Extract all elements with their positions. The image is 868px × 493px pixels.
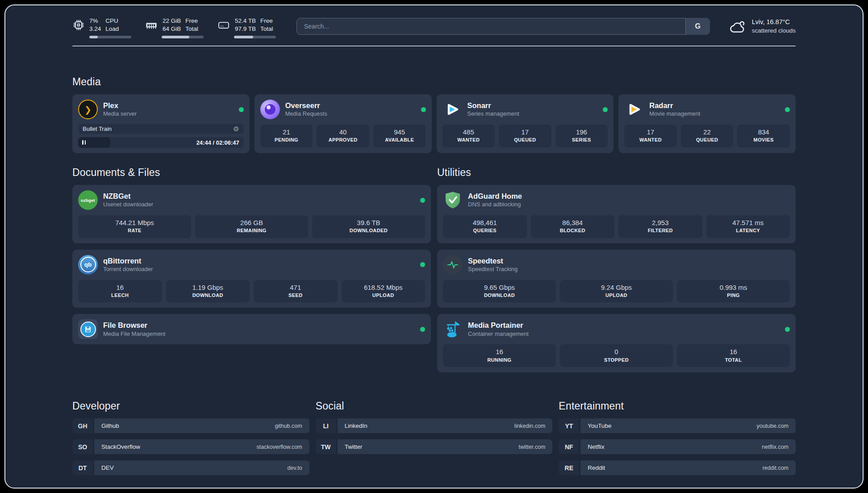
cpu-percent: 7%: [89, 17, 101, 25]
stat-label: SEED: [255, 292, 336, 299]
status-dot: [421, 107, 426, 112]
app-title: Radarr: [649, 101, 700, 110]
ram-total-value: 64 GiB: [163, 25, 181, 33]
app-subtitle: Torrent downloader: [103, 266, 153, 273]
settings-icon[interactable]: ⚙: [233, 125, 239, 132]
bookmark-list: GH Github github.com SO StackOverflow st…: [72, 418, 309, 475]
status-dot: [603, 107, 608, 112]
stat-label: PENDING: [262, 137, 311, 143]
app-title: NZBGet: [103, 192, 153, 201]
stat-box: 498,461 QUERIES: [443, 215, 527, 238]
search-engine-button[interactable]: G: [685, 18, 710, 35]
bookmark-abbr: GH: [72, 418, 93, 433]
app-card-speedtest[interactable]: Speedtest Speedtest Tracking 9.65 Gbps D…: [437, 250, 796, 308]
stat-box: 9.65 Gbps DOWNLOAD: [443, 280, 556, 303]
stat-box: 945 AVAILABLE: [373, 125, 426, 147]
ram-free-label: Free: [185, 17, 198, 25]
app-card-sonarr[interactable]: Sonarr Series management 485 WANTED 17 Q…: [437, 94, 614, 153]
stats-row: 16 RUNNING 0 STOPPED 16 TOTAL: [443, 344, 790, 367]
bookmark-name: StackOverflow: [101, 443, 140, 450]
bookmark-name: Reddit: [588, 464, 605, 471]
cpu-icon: [72, 19, 85, 31]
pause-icon[interactable]: [82, 140, 86, 145]
stat-value: 22: [683, 128, 732, 137]
bookmark-link[interactable]: Reddit reddit.com: [580, 460, 796, 475]
bookmark-item[interactable]: TW Twitter twitter.com: [316, 439, 553, 454]
stat-box: 39.6 TB DOWNLOADED: [312, 215, 425, 238]
bookmark-link[interactable]: DEV dev.to: [94, 460, 309, 475]
stat-value: 21: [262, 128, 311, 137]
bookmark-url: dev.to: [288, 465, 302, 471]
search-input[interactable]: [296, 18, 710, 35]
app-card-adguard[interactable]: AdGuard Home DNS and adblocking 498,461 …: [437, 185, 796, 243]
app-card-filebrowser[interactable]: File Browser Media File Management: [72, 314, 431, 344]
stat-value: 17: [626, 128, 675, 137]
stat-box: 21 PENDING: [260, 125, 313, 147]
app-card-radarr[interactable]: Radarr Movie management 17 WANTED 22 QUE…: [618, 94, 796, 153]
bookmark-item[interactable]: YT YouTube youtube.com: [559, 418, 796, 433]
stat-box: 17 WANTED: [624, 125, 677, 147]
app-card-overseerr[interactable]: Overseerr Media Requests 21 PENDING 40 A…: [255, 94, 432, 153]
stat-value: 16: [679, 347, 788, 356]
cpu-label: CPU: [105, 17, 119, 25]
stat-value: 0.993 ms: [679, 283, 788, 292]
bookmark-link[interactable]: Netflix netflix.com: [580, 439, 796, 454]
bookmark-item[interactable]: LI LinkedIn linkedin.com: [316, 418, 553, 433]
bookmark-link[interactable]: YouTube youtube.com: [580, 418, 796, 433]
app-subtitle: Speedtest Tracking: [468, 266, 517, 273]
stat-label: RATE: [80, 227, 189, 234]
disk-free-label: Free: [260, 17, 273, 25]
stat-box: 618.52 Mbps UPLOAD: [342, 280, 426, 303]
filebrowser-icon: [78, 319, 98, 339]
stat-value: 945: [375, 128, 424, 137]
status-dot: [239, 107, 244, 112]
bookmark-abbr: NF: [559, 439, 579, 454]
bookmark-item[interactable]: GH Github github.com: [72, 418, 309, 433]
app-title: File Browser: [103, 321, 165, 330]
stats-row: 17 WANTED 22 QUEUED 834 MOVIES: [624, 125, 790, 147]
bookmark-item[interactable]: NF Netflix netflix.com: [559, 439, 796, 454]
app-title: Media Portainer: [468, 321, 529, 330]
stat-box: 266 GB REMAINING: [195, 215, 308, 238]
app-card-plex[interactable]: ❯ Plex Media server Bullet Train ⚙ 24:44…: [72, 94, 250, 153]
stat-box: 22 QUEUED: [681, 125, 734, 147]
bookmark-link[interactable]: LinkedIn linkedin.com: [338, 418, 553, 433]
ram-metric: 22 GiB 64 GiB Free Total: [145, 17, 204, 38]
stat-label: LATENCY: [708, 227, 789, 234]
bookmark-abbr: TW: [316, 439, 336, 454]
stat-label: WANTED: [444, 137, 493, 143]
stat-value: 196: [557, 128, 606, 137]
disk-free-value: 52.4 TB: [235, 17, 256, 25]
stat-box: 744.21 Mbps RATE: [78, 215, 191, 238]
stat-value: 266 GB: [197, 218, 306, 227]
stat-value: 9.65 Gbps: [445, 283, 554, 292]
bookmark-link[interactable]: Github github.com: [94, 418, 309, 433]
bookmark-url: stackoverflow.com: [257, 444, 302, 450]
app-card-portainer[interactable]: Media Portainer Container management 16 …: [437, 314, 796, 372]
stat-label: MOVIES: [739, 137, 788, 143]
stats-row: 485 WANTED 17 QUEUED 196 SERIES: [442, 125, 608, 147]
app-card-nzbget[interactable]: nzbget NZBGet Usenet downloader 744.21 M…: [72, 185, 431, 243]
bookmark-item[interactable]: DT DEV dev.to: [72, 460, 309, 475]
bookmark-item[interactable]: RE Reddit reddit.com: [559, 460, 796, 475]
now-playing-row: Bullet Train ⚙: [78, 124, 244, 134]
speedtest-icon: [443, 255, 463, 275]
stat-value: 9.24 Gbps: [562, 283, 671, 292]
bookmark-link[interactable]: Twitter twitter.com: [338, 439, 553, 454]
bookmark-item[interactable]: SO StackOverflow stackoverflow.com: [72, 439, 309, 454]
section-heading-media: Media: [72, 76, 796, 88]
bookmark-list: LI LinkedIn linkedin.com TW Twitter twit…: [316, 418, 553, 454]
bookmark-link[interactable]: StackOverflow stackoverflow.com: [94, 439, 309, 454]
weather-condition: scattered clouds: [752, 27, 796, 35]
ram-icon: [145, 19, 158, 31]
app-title: Plex: [103, 101, 137, 110]
stat-value: 47.571 ms: [708, 218, 789, 227]
stat-box: 834 MOVIES: [737, 125, 790, 147]
app-card-qbittorrent[interactable]: qb qBittorrent Torrent downloader 16 LEE…: [72, 250, 431, 308]
app-subtitle: Usenet downloader: [103, 201, 153, 209]
adguard-icon: [443, 190, 463, 210]
bookmark-list: YT YouTube youtube.com NF Netflix netfli…: [559, 418, 796, 475]
bookmark-name: LinkedIn: [345, 422, 367, 429]
bookmark-url: twitter.com: [519, 444, 546, 450]
stat-label: SERIES: [557, 137, 606, 143]
